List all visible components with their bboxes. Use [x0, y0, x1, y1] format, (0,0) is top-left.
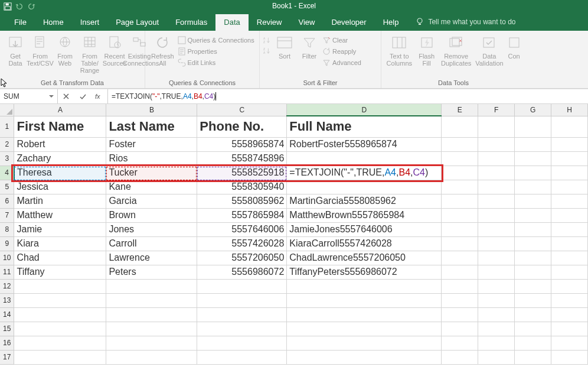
- col-header-H[interactable]: H: [551, 104, 588, 116]
- tab-developer[interactable]: Developer: [323, 14, 374, 31]
- svg-text:fx: fx: [95, 93, 100, 100]
- svg-rect-12: [178, 37, 185, 44]
- svg-rect-7: [84, 37, 95, 47]
- tab-view[interactable]: View: [290, 14, 323, 31]
- row-header-5[interactable]: 5: [0, 180, 14, 194]
- select-all-button[interactable]: [0, 104, 14, 116]
- col-header-F[interactable]: F: [478, 104, 515, 116]
- svg-rect-2: [5, 7, 11, 9]
- clear-button[interactable]: Clear: [322, 35, 361, 45]
- consolidate-button[interactable]: Con: [506, 32, 522, 60]
- svg-text:A: A: [263, 51, 266, 54]
- tab-help[interactable]: Help: [375, 14, 407, 31]
- svg-text:A: A: [263, 37, 266, 40]
- enter-formula-button[interactable]: [74, 92, 91, 100]
- text-to-columns-button[interactable]: Text toColumns: [385, 32, 414, 67]
- cell-C1[interactable]: Phone No.: [197, 116, 287, 137]
- svg-rect-24: [509, 38, 519, 47]
- row-header-2[interactable]: 2: [0, 137, 14, 151]
- svg-rect-5: [35, 37, 44, 47]
- svg-text:Z: Z: [263, 41, 265, 44]
- reapply-button[interactable]: Reapply: [322, 47, 361, 56]
- row-header-8[interactable]: 8: [0, 222, 14, 236]
- from-web-button[interactable]: FromWeb: [53, 32, 77, 67]
- from-text-csv-button[interactable]: FromText/CSV: [28, 32, 52, 67]
- undo-icon[interactable]: [15, 2, 24, 11]
- tab-formulas[interactable]: Formulas: [167, 14, 215, 31]
- col-header-D[interactable]: D: [287, 104, 442, 116]
- group-label-queries: Queries & Connections: [149, 79, 256, 88]
- row-header-7[interactable]: 7: [0, 208, 14, 222]
- formula-bar-row: SUM fx =TEXTJOIN("-",TRUE,A4,B4,C4): [0, 89, 588, 104]
- sort-za-button[interactable]: ZA: [263, 46, 272, 56]
- refresh-all-button[interactable]: RefreshAll: [149, 32, 177, 67]
- svg-rect-1: [6, 4, 9, 6]
- row-header-4[interactable]: 4: [0, 166, 14, 180]
- svg-rect-11: [141, 43, 145, 46]
- tab-insert[interactable]: Insert: [72, 14, 108, 31]
- edit-links-button[interactable]: Edit Links: [178, 58, 254, 67]
- ribbon-tabs: File Home Insert Page Layout Formulas Da…: [0, 13, 588, 31]
- cell-A1[interactable]: First Name: [14, 116, 106, 137]
- ribbon: GetData FromText/CSV FromWeb From Table/…: [0, 31, 588, 89]
- properties-button[interactable]: Properties: [178, 47, 254, 56]
- queries-connections-button[interactable]: Queries & Connections: [178, 35, 254, 45]
- cell-D1[interactable]: Full Name: [287, 116, 442, 137]
- name-box[interactable]: SUM: [0, 89, 58, 103]
- group-label-sort-filter: Sort & Filter: [263, 79, 377, 88]
- lightbulb-icon: [415, 17, 424, 27]
- col-header-C[interactable]: C: [197, 104, 287, 116]
- row-header-11[interactable]: 11: [0, 265, 14, 279]
- svg-rect-18: [277, 37, 292, 48]
- tab-home[interactable]: Home: [35, 14, 72, 31]
- row-header-9[interactable]: 9: [0, 236, 14, 251]
- from-table-range-button[interactable]: From Table/Range: [78, 32, 102, 74]
- svg-rect-23: [484, 38, 494, 47]
- remove-duplicates-button[interactable]: RemoveDuplicates: [440, 32, 473, 67]
- save-icon[interactable]: [4, 2, 12, 11]
- filter-button[interactable]: Filter: [298, 32, 321, 60]
- insert-function-button[interactable]: fx: [91, 92, 107, 100]
- svg-rect-10: [133, 38, 138, 41]
- cell-D4-editing[interactable]: =TEXTJOIN("-",TRUE,A4,B4,C4): [287, 166, 442, 180]
- flash-fill-button[interactable]: FlashFill: [415, 32, 439, 67]
- col-header-A[interactable]: A: [14, 104, 106, 116]
- tab-data[interactable]: Data: [215, 14, 248, 31]
- get-data-button[interactable]: GetData: [4, 32, 27, 67]
- cursor-icon: [0, 78, 9, 87]
- svg-text:Z: Z: [263, 48, 265, 51]
- group-label-get-transform: Get & Transform Data: [4, 79, 141, 88]
- data-validation-button[interactable]: DataValidation: [474, 32, 505, 67]
- tab-file[interactable]: File: [6, 14, 35, 31]
- col-header-B[interactable]: B: [106, 104, 197, 116]
- sort-button[interactable]: Sort: [273, 32, 296, 60]
- cell-B1[interactable]: Last Name: [106, 116, 197, 137]
- tab-review[interactable]: Review: [249, 14, 290, 31]
- sort-az-button[interactable]: AZ: [263, 35, 272, 45]
- title-bar: Book1 - Excel: [0, 0, 588, 13]
- col-header-G[interactable]: G: [515, 104, 551, 116]
- row-header-3[interactable]: 3: [0, 151, 14, 166]
- cancel-formula-button[interactable]: [58, 92, 74, 100]
- window-title: Book1 - Excel: [272, 2, 316, 10]
- worksheet-grid[interactable]: A B C D E F G H 1 First Name Last Name P…: [0, 104, 588, 373]
- tell-me[interactable]: Tell me what you want to do: [407, 14, 524, 31]
- row-header-10[interactable]: 10: [0, 251, 14, 265]
- svg-rect-19: [393, 37, 406, 48]
- group-label-data-tools: Data Tools: [385, 79, 522, 88]
- row-header-1[interactable]: 1: [0, 116, 14, 137]
- redo-icon[interactable]: [27, 2, 35, 11]
- row-header-6[interactable]: 6: [0, 194, 14, 208]
- svg-point-3: [417, 18, 422, 23]
- advanced-button[interactable]: Advanced: [322, 58, 361, 67]
- formula-bar-input[interactable]: =TEXTJOIN("-",TRUE,A4,B4,C4): [108, 89, 588, 103]
- tab-page-layout[interactable]: Page Layout: [107, 14, 167, 31]
- col-header-E[interactable]: E: [442, 104, 478, 116]
